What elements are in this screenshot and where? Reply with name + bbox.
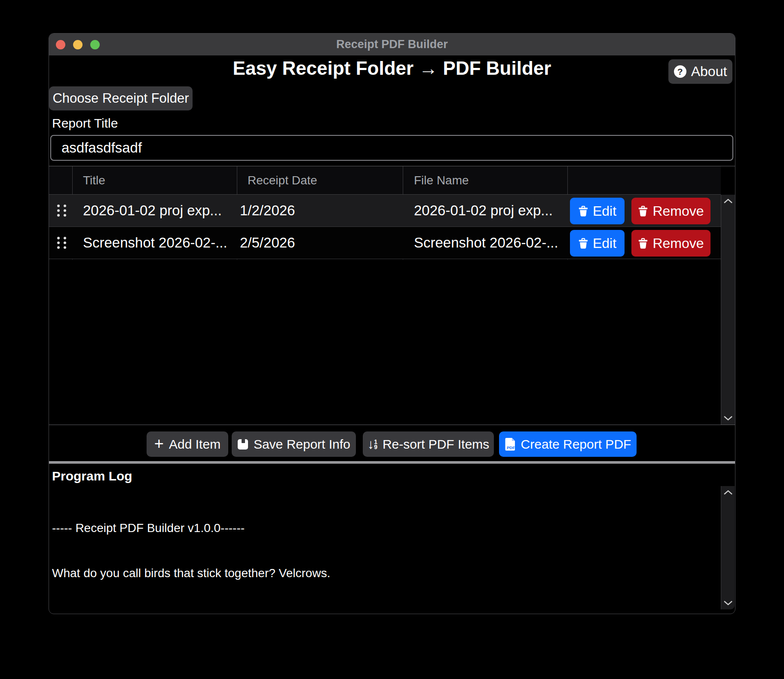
cell-receipt-date: 1/2/2026 (240, 195, 295, 226)
column-header-title[interactable]: Title (83, 166, 105, 195)
table-row[interactable]: Screenshot 2026-02-... 2/5/2026 Screensh… (49, 227, 721, 259)
edit-button[interactable]: Edit (570, 230, 625, 257)
items-table: Title Receipt Date File Name 2026-01-02 … (49, 166, 735, 425)
column-header-file[interactable]: File Name (414, 166, 469, 195)
edit-button-label: Edit (593, 236, 616, 251)
resort-pdf-items-label: Re-sort PDF Items (383, 437, 489, 452)
about-button[interactable]: ? About (668, 59, 732, 84)
plus-icon: + (154, 435, 164, 452)
drag-handle-icon[interactable] (57, 237, 66, 249)
add-item-button[interactable]: + Add Item (147, 431, 228, 457)
window-title: Receipt PDF Builder (49, 34, 735, 55)
question-circle-icon: ? (674, 65, 686, 78)
log-line: What do you call birds that stick togeth… (52, 566, 716, 581)
save-report-info-label: Save Report Info (254, 437, 350, 452)
resort-pdf-items-button[interactable]: ↓ 19 Re-sort PDF Items (363, 431, 494, 457)
table-header-row: Title Receipt Date File Name (49, 166, 721, 195)
table-row[interactable]: 2026-01-02 proj exp... 1/2/2026 2026-01-… (49, 195, 721, 227)
titlebar: Receipt PDF Builder (49, 34, 735, 55)
report-title-label: Report Title (52, 116, 118, 131)
close-button[interactable] (56, 40, 65, 49)
cell-file-name: 2026-01-02 proj exp... (414, 195, 553, 226)
scroll-down-icon[interactable] (723, 416, 733, 421)
report-title-input[interactable] (50, 135, 733, 161)
trash-icon (578, 238, 588, 249)
save-icon (237, 439, 248, 450)
table-scrollbar[interactable] (721, 195, 735, 425)
sort-numeric-down-icon: ↓ 19 (368, 437, 377, 451)
scroll-up-icon[interactable] (723, 199, 733, 204)
cell-title: 2026-01-02 proj exp... (83, 195, 222, 226)
column-header-date[interactable]: Receipt Date (248, 166, 317, 195)
cell-title: Screenshot 2026-02-... (83, 227, 227, 259)
drag-handle-icon[interactable] (57, 205, 66, 217)
program-log-title: Program Log (52, 469, 132, 483)
choose-receipt-folder-button[interactable]: Choose Receipt Folder (49, 86, 193, 110)
create-report-pdf-button[interactable]: PDF Create Report PDF (499, 431, 637, 457)
remove-button-label: Remove (652, 203, 704, 219)
trash-icon (638, 205, 648, 217)
app-window: Receipt PDF Builder Easy Receipt Folder … (49, 33, 735, 614)
log-line: ----- Receipt PDF Builder v1.0.0------ (52, 520, 716, 535)
splitter-handle[interactable] (49, 461, 735, 464)
remove-button-label: Remove (652, 236, 704, 251)
scroll-down-icon[interactable] (723, 600, 733, 606)
about-button-label: About (691, 64, 727, 80)
remove-button[interactable]: Remove (631, 198, 710, 224)
pdf-file-icon: PDF (505, 437, 516, 451)
log-line: ------------------------------------- (52, 611, 716, 614)
trash-icon (638, 238, 648, 249)
log-scrollbar[interactable] (721, 486, 735, 609)
save-report-info-button[interactable]: Save Report Info (232, 431, 356, 457)
page-title: Easy Receipt Folder → PDF Builder (49, 58, 735, 79)
scroll-up-icon[interactable] (723, 490, 733, 495)
svg-text:PDF: PDF (507, 445, 515, 450)
trash-icon (578, 205, 588, 217)
program-log-output[interactable]: ----- Receipt PDF Builder v1.0.0------ W… (52, 490, 716, 614)
desktop-background: Receipt PDF Builder Easy Receipt Folder … (0, 0, 784, 679)
minimize-button[interactable] (73, 40, 83, 49)
cell-receipt-date: 2/5/2026 (240, 227, 295, 259)
edit-button[interactable]: Edit (570, 198, 625, 224)
remove-button[interactable]: Remove (631, 230, 710, 257)
zoom-button[interactable] (90, 40, 100, 49)
edit-button-label: Edit (593, 203, 616, 219)
add-item-label: Add Item (169, 437, 220, 452)
cell-file-name: Screenshot 2026-02-... (414, 227, 558, 259)
create-report-pdf-label: Create Report PDF (521, 437, 631, 452)
